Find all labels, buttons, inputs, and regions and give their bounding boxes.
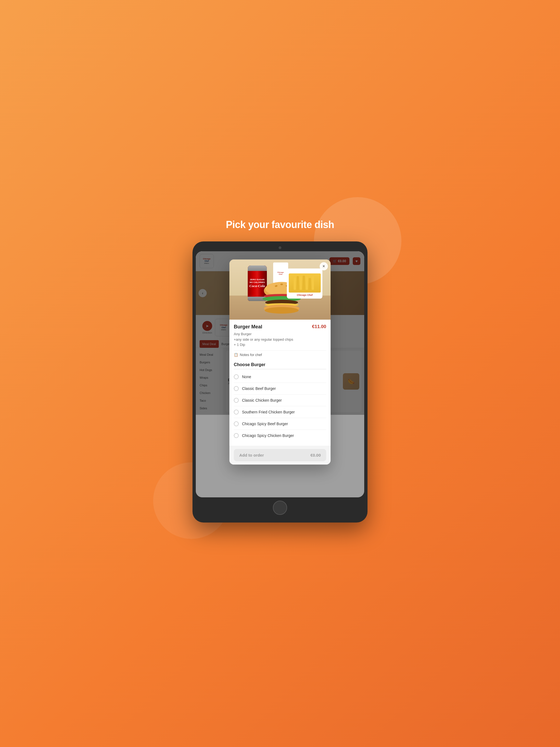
modal-desc-line1: Any Burger [234,331,326,337]
option-classic-beef-label: Classic Beef Burger [242,386,276,391]
notes-icon: 📋 [234,353,238,357]
notes-label: Notes for chef [240,353,262,357]
option-southern-fried[interactable]: Southern Fried Chicken Burger [234,406,326,418]
choose-section-title: Choose Burger [234,362,326,369]
option-chicago-beef-label: Chicago Spicy Beef Burger [242,422,288,426]
radio-chicago-beef[interactable] [234,421,239,426]
radio-classic-chicken[interactable] [234,398,239,403]
page-wrapper: Pick your favourite dish ChicagoChefDINE… [175,208,385,539]
option-southern-fried-label: Southern Fried Chicken Burger [242,410,295,414]
page-title: Pick your favourite dish [226,219,334,231]
coca-cola-logo: Coca-Cola [249,284,265,288]
add-to-order-button[interactable]: Add to order €0.00 [234,449,326,461]
modal-price: €11.00 [312,324,326,330]
svg-rect-17 [312,277,314,290]
fries-pile [289,274,321,292]
radio-none[interactable] [234,374,239,379]
option-classic-beef[interactable]: Classic Beef Burger [234,383,326,394]
cola-zero-text: ZERO SUGARNO CALORIES [250,278,265,284]
cola-can-top [248,265,267,271]
option-none[interactable]: None [234,371,326,383]
tablet-home-button[interactable] [273,500,287,515]
modal-dialog: ZERO SUGARNO CALORIES Coca-Cola ChicagoC… [229,259,331,465]
svg-rect-16 [309,278,311,290]
add-to-order-price: €0.00 [310,453,321,458]
svg-rect-13 [300,277,302,290]
close-icon: × [322,264,325,269]
modal-body: Burger Meal €11.00 Any Burger +any side … [229,319,331,446]
tablet-screen: ChicagoChefDINER+ 🛒 €0.00 ♥ 🍔 [196,251,364,497]
radio-southern-fried[interactable] [234,410,239,414]
modal-overlay: ZERO SUGARNO CALORIES Coca-Cola ChicagoC… [196,251,364,497]
notes-for-chef-row[interactable]: 📋 Notes for chef [234,350,326,359]
radio-chicago-chicken[interactable] [234,433,239,438]
food-scene: ZERO SUGARNO CALORIES Coca-Cola ChicagoC… [229,259,331,319]
add-to-order-label: Add to order [239,453,264,458]
option-classic-chicken[interactable]: Classic Chicken Burger [234,394,326,406]
tablet-camera [279,247,281,249]
svg-point-3 [280,284,283,285]
option-chicago-beef[interactable]: Chicago Spicy Beef Burger [234,418,326,430]
tablet-frame: ChicagoChefDINER+ 🛒 €0.00 ♥ 🍔 [193,241,367,522]
svg-rect-14 [303,276,305,290]
modal-title: Burger Meal [234,324,262,330]
modal-close-button[interactable]: × [320,262,328,271]
option-classic-chicken-label: Classic Chicken Burger [242,398,282,403]
modal-desc-line2: +any side or any regular topped chips [234,337,326,342]
svg-rect-11 [294,278,296,290]
chicago-chef-fries-label: Chicago Chef [297,294,312,297]
modal-desc-line3: + 1 Dip [234,342,326,347]
radio-classic-beef[interactable] [234,386,239,391]
fries-svg [292,275,317,291]
modal-footer: Add to order €0.00 [229,446,331,465]
fries-box: Chicago Chef [287,268,322,299]
svg-rect-15 [306,277,308,290]
modal-title-row: Burger Meal €11.00 [234,324,326,330]
modal-description: Any Burger +any side or any regular topp… [234,331,326,347]
option-chicago-chicken[interactable]: Chicago Spicy Chicken Burger [234,430,326,441]
modal-food-image: ZERO SUGARNO CALORIES Coca-Cola ChicagoC… [229,259,331,319]
option-none-label: None [242,375,251,379]
svg-point-10 [265,307,299,314]
svg-rect-12 [297,276,299,290]
option-chicago-chicken-label: Chicago Spicy Chicken Burger [242,433,294,438]
